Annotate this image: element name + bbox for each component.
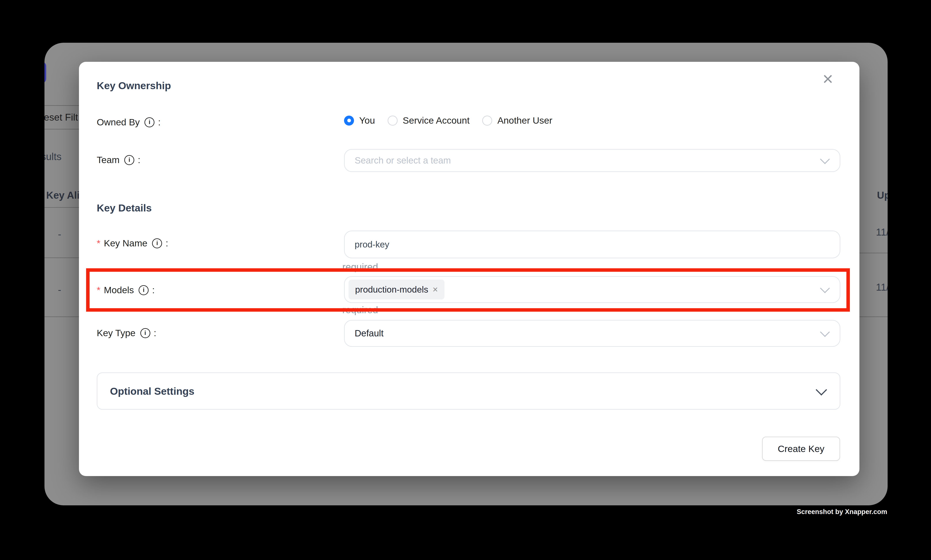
key-name-value: prod-key: [355, 240, 389, 250]
radio-unselected-icon[interactable]: [388, 115, 398, 126]
table-divider: [860, 253, 888, 253]
key-type-value: Default: [355, 328, 383, 338]
table-row-key-alias: -: [58, 284, 61, 295]
key-type-label: Key Type i :: [97, 328, 156, 338]
owned-by-radio-group: You Service Account Another User: [344, 115, 552, 126]
key-ownership-heading: Key Ownership: [97, 80, 171, 92]
team-select-placeholder: Search or select a team: [355, 155, 451, 166]
info-icon[interactable]: i: [152, 238, 162, 248]
team-select[interactable]: Search or select a team: [344, 149, 840, 172]
optional-settings-title: Optional Settings: [110, 385, 194, 397]
table-row-updated: 11/: [876, 226, 888, 238]
table-row-updated: 11/: [876, 281, 888, 293]
key-details-heading: Key Details: [97, 202, 152, 214]
key-name-input[interactable]: prod-key: [344, 231, 840, 258]
table-row-key-alias: -: [58, 228, 61, 240]
updated-column-header: Up: [877, 189, 888, 201]
close-icon[interactable]: ×: [823, 69, 833, 88]
owned-by-label: Owned By i :: [97, 117, 160, 128]
radio-unselected-icon[interactable]: [482, 115, 492, 126]
team-label: Team i :: [97, 155, 140, 165]
table-divider: [860, 317, 888, 317]
required-asterisk: *: [97, 238, 100, 249]
info-icon[interactable]: i: [145, 117, 154, 127]
create-key-button-edge: [45, 62, 46, 83]
chevron-down-icon: [820, 327, 830, 337]
info-icon[interactable]: i: [124, 155, 134, 165]
radio-option-another-user[interactable]: Another User: [482, 115, 552, 126]
create-key-button[interactable]: Create Key: [762, 437, 840, 461]
info-icon[interactable]: i: [140, 328, 150, 338]
optional-settings-toggle[interactable]: Optional Settings: [97, 372, 840, 410]
radio-option-service-account[interactable]: Service Account: [388, 115, 469, 126]
chevron-down-icon: [816, 384, 827, 395]
key-name-label: * Key Name i :: [97, 238, 168, 249]
screenshot-canvas: eset Filt sults Key Alia - - Up 11/ 11/ …: [0, 0, 931, 560]
reset-filters-label: eset Filt: [45, 112, 78, 123]
radio-selected-icon[interactable]: [344, 115, 354, 126]
watermark-text: Screenshot by Xnapper.com: [797, 508, 887, 516]
annotation-highlight-box: [86, 268, 850, 312]
results-count-fragment: sults: [45, 151, 62, 162]
key-type-select[interactable]: Default: [344, 320, 840, 347]
chevron-down-icon: [820, 154, 830, 164]
radio-option-you[interactable]: You: [344, 115, 375, 126]
